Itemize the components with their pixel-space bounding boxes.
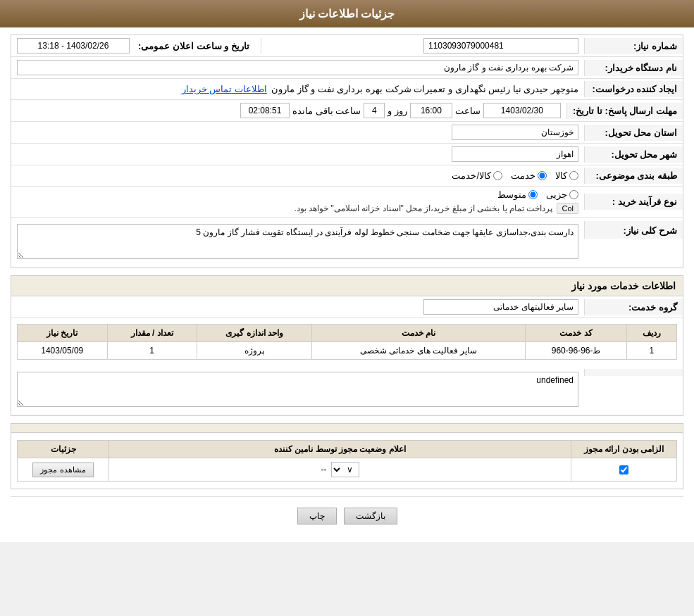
category-kala-label: کالا — [555, 170, 567, 181]
category-khadamat-item: خدمت — [511, 170, 547, 181]
city-input[interactable] — [452, 146, 578, 162]
view-license-button[interactable]: مشاهده مجوز — [32, 463, 93, 477]
license-status-cell: ∨ -- — [109, 458, 571, 482]
category-khadamat-label: خدمت — [511, 170, 535, 181]
reply-time-label: ساعت — [455, 106, 481, 116]
col-license-details: جزئیات — [18, 441, 109, 458]
reply-days-input[interactable] — [364, 103, 385, 118]
col-license-required: الزامی بودن ارائه مجوز — [571, 441, 677, 458]
city-value — [11, 144, 584, 165]
license-section-title — [11, 424, 683, 433]
description-label: شرح کلی نیاز: — [584, 221, 683, 239]
process-notice-text: پرداخت تمام یا بخشی از مبلغ خرید،از محل … — [17, 203, 552, 213]
col-date: تاریخ نیاز — [18, 325, 108, 342]
buyer-notes-textarea[interactable] — [17, 372, 578, 407]
service-table: ردیف کد خدمت نام خدمت واحد اندازه گیری ت… — [17, 324, 677, 360]
description-textarea[interactable] — [17, 224, 578, 259]
license-details-cell: مشاهده مجوز — [18, 458, 109, 482]
license-table: الزامی بودن ارائه مجوز اعلام وضعیت مجوز … — [17, 440, 677, 482]
announce-date-group: تاریخ و ساعت اعلان عمومی: — [11, 38, 261, 54]
need-number-label: شماره نیاز: — [584, 38, 683, 54]
reply-time-input[interactable] — [410, 103, 452, 118]
category-label: طبقه بندی موضوعی: — [584, 168, 683, 184]
cell-service-name: سایر فعالیت های خدماتی شخصی — [312, 342, 526, 360]
col-row-num: ردیف — [626, 325, 676, 342]
category-both-radio[interactable] — [493, 171, 502, 180]
need-number-value — [261, 35, 584, 56]
reply-deadline-value: ساعت روز و ساعت باقی مانده — [11, 100, 566, 121]
category-kala-item: کالا — [555, 170, 578, 181]
province-input[interactable] — [452, 125, 578, 140]
footer-buttons: بازگشت چاپ — [11, 496, 683, 535]
category-row: طبقه بندی موضوعی: کالا خدمت — [11, 165, 683, 187]
reply-days-label: روز و — [388, 106, 407, 116]
license-required-checkbox[interactable] — [619, 465, 628, 474]
buyer-notes-row — [11, 365, 683, 415]
province-row: استان محل تحویل: — [11, 122, 683, 144]
reply-date-input[interactable] — [483, 103, 561, 118]
announce-date-input[interactable] — [17, 38, 130, 54]
reply-remaining-input[interactable] — [240, 103, 290, 118]
cell-row-num: 1 — [626, 342, 676, 360]
category-value: کالا خدمت کالا/خدمت — [11, 168, 584, 184]
description-value — [11, 221, 584, 264]
license-table-wrapper: الزامی بودن ارائه مجوز اعلام وضعیت مجوز … — [11, 433, 683, 489]
city-label: شهر محل تحویل: — [584, 146, 683, 163]
requester-row: ایجاد کننده درخواست: منوجهر حیدری نیا رئ… — [11, 79, 683, 100]
service-group-row: گروه خدمت: — [11, 296, 683, 318]
description-row: شرح کلی نیاز: — [11, 218, 683, 268]
process-motavaset-item: متوسط — [497, 189, 538, 200]
content-area: شماره نیاز: تاریخ و ساعت اعلان عمومی: نا… — [0, 27, 694, 542]
province-label: استان محل تحویل: — [584, 125, 683, 141]
license-required-cell — [571, 458, 677, 482]
process-notice-row: Col پرداخت تمام یا بخشی از مبلغ خرید،از … — [17, 203, 578, 214]
col-service-code: کد خدمت — [526, 325, 626, 342]
process-type-label: نوع فرآیند خرید : — [584, 194, 683, 210]
service-info-title: اطلاعات خدمات مورد نیاز — [11, 276, 683, 296]
process-type-row: نوع فرآیند خرید : جزیی متوسط — [11, 187, 683, 218]
requester-label: ایجاد کننده درخواست: — [584, 81, 683, 97]
license-status-dropdown[interactable]: ∨ — [331, 462, 359, 477]
need-number-input[interactable] — [423, 38, 578, 54]
page-wrapper: جزئیات اطلاعات نیاز شماره نیاز: تاریخ و … — [0, 0, 694, 542]
service-table-wrapper: ردیف کد خدمت نام خدمت واحد اندازه گیری ت… — [11, 318, 683, 365]
reply-deadline-label: مهلت ارسال پاسخ: تا تاریخ: — [566, 103, 683, 119]
province-value — [11, 122, 584, 143]
reply-deadline-row: مهلت ارسال پاسخ: تا تاریخ: ساعت روز و سا… — [11, 100, 683, 122]
license-row: ∨ -- مشاهده مجوز — [18, 458, 677, 482]
service-info-block: اطلاعات خدمات مورد نیاز گروه خدمت: ردیف … — [11, 275, 683, 416]
contact-link[interactable]: اطلاعات تماس خریدار — [182, 84, 267, 94]
category-kala-radio[interactable] — [569, 171, 578, 180]
buyer-org-input[interactable] — [17, 60, 578, 75]
reply-remaining-label: ساعت باقی مانده — [292, 106, 361, 116]
service-group-label: گروه خدمت: — [584, 299, 683, 315]
cell-service-code: ط-96-96-960 — [526, 342, 626, 360]
process-jozei-radio[interactable] — [569, 190, 578, 199]
category-both-label: کالا/خدمت — [452, 170, 491, 181]
city-row: شهر محل تحویل: — [11, 144, 683, 165]
process-jozei-label: جزیی — [546, 189, 567, 200]
col-license-status: اعلام وضعیت مجوز توسط نامین کننده — [109, 441, 571, 458]
buyer-notes-value — [11, 369, 584, 412]
col-unit: واحد اندازه گیری — [197, 325, 311, 342]
category-khadamat-radio[interactable] — [538, 171, 547, 180]
col-badge: Col — [557, 203, 578, 214]
cell-date: 1403/05/09 — [18, 342, 108, 360]
requester-text: منوجهر حیدری نیا رئیس نگهداری و تعمیرات … — [271, 84, 578, 94]
category-both-item: کالا/خدمت — [452, 170, 502, 181]
buyer-org-value — [11, 57, 584, 78]
license-block: الزامی بودن ارائه مجوز اعلام وضعیت مجوز … — [11, 423, 683, 489]
service-group-input[interactable] — [423, 299, 578, 315]
print-button[interactable]: چاپ — [297, 508, 337, 524]
license-status-text: -- — [321, 465, 327, 474]
process-motavaset-label: متوسط — [497, 189, 526, 200]
process-motavaset-radio[interactable] — [528, 190, 538, 199]
back-button[interactable]: بازگشت — [344, 508, 397, 524]
page-header: جزئیات اطلاعات نیاز — [0, 0, 694, 27]
col-service-name: نام خدمت — [312, 325, 526, 342]
buyer-org-row: نام دستگاه خریدار: — [11, 57, 683, 79]
main-info-block: شماره نیاز: تاریخ و ساعت اعلان عمومی: نا… — [11, 34, 683, 268]
service-group-value — [11, 296, 584, 318]
cell-unit: پروژه — [197, 342, 311, 360]
buyer-notes-label — [584, 369, 683, 376]
